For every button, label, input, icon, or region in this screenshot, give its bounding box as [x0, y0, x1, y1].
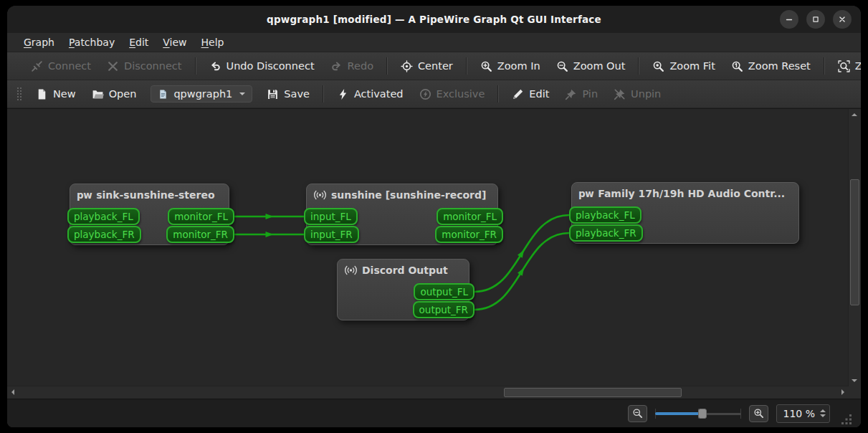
- horizontal-scrollbar[interactable]: [7, 386, 849, 399]
- port-playback-fl[interactable]: playback_FL: [67, 208, 140, 225]
- stream-icon: [313, 189, 327, 201]
- menubar: GraphPatchbayEditViewHelp: [7, 33, 861, 52]
- app-window: qpwgraph1 [modified] — A PipeWire Graph …: [7, 6, 861, 427]
- window-controls: [780, 10, 852, 29]
- toolbar-separator: [466, 57, 467, 75]
- menu-patchbay[interactable]: Patchbay: [62, 34, 122, 51]
- connection-arrow-icon: [266, 214, 274, 219]
- zoom-out-button[interactable]: Zoom Out: [548, 56, 634, 77]
- zoom-slider-handle[interactable]: [698, 409, 707, 419]
- port-monitor-fr[interactable]: monitor_FR: [166, 226, 234, 243]
- exclusive-button[interactable]: Exclusive: [411, 84, 493, 105]
- port-input-fl[interactable]: input_FL: [304, 208, 358, 225]
- graph-node-sink[interactable]: pwsink-sunshine-stereoplayback_FLplaybac…: [70, 184, 229, 245]
- button-label: Zoom Reset: [748, 60, 811, 72]
- connect-button[interactable]: Connect: [23, 56, 99, 77]
- center-icon: [401, 60, 413, 72]
- new-button[interactable]: New: [28, 84, 84, 105]
- port-playback-fr[interactable]: playback_FR: [569, 224, 643, 242]
- statusbar: 110 %: [7, 399, 861, 427]
- spin-down-icon[interactable]: [820, 414, 826, 417]
- button-label: Zoom Fit: [669, 60, 715, 72]
- node-title: pwsink-sunshine-stereo: [70, 184, 229, 201]
- zoom-out-icon: [556, 60, 568, 72]
- toolbar-separator: [386, 57, 388, 75]
- pin-button[interactable]: Pin: [557, 84, 606, 105]
- port-monitor-fl[interactable]: monitor_FL: [437, 208, 503, 225]
- vertical-scrollbar-thumb[interactable]: [850, 179, 859, 305]
- zoom-slider-fill: [655, 412, 702, 415]
- menu-help[interactable]: Help: [194, 34, 232, 51]
- graph-node-family[interactable]: pwFamily 17h/19h HD Audio Contr...playba…: [571, 182, 799, 244]
- port-output-fl[interactable]: output_FL: [414, 283, 474, 300]
- titlebar[interactable]: qpwgraph1 [modified] — A PipeWire Graph …: [7, 6, 861, 33]
- combobox-value: qpwgraph1: [173, 88, 232, 100]
- graph-canvas: pwsink-sunshine-stereoplayback_FLplaybac…: [7, 108, 861, 399]
- maximize-button[interactable]: [806, 10, 825, 29]
- port-monitor-fr[interactable]: monitor_FR: [435, 226, 503, 243]
- chevron-down-icon: [239, 92, 245, 98]
- zoom-in-icon: [753, 408, 764, 419]
- toolbar-separator: [323, 85, 324, 103]
- port-playback-fl[interactable]: playback_FL: [569, 206, 642, 224]
- save-button[interactable]: Save: [259, 84, 318, 105]
- button-label: Undo Disconnect: [226, 60, 315, 72]
- zoom-slider[interactable]: [655, 407, 741, 420]
- zoom-in-button[interactable]: Zoom In: [472, 56, 548, 77]
- port-monitor-fl[interactable]: monitor_FL: [168, 208, 234, 225]
- new-icon: [36, 88, 48, 100]
- statusbar-zoom-out-button[interactable]: [628, 405, 647, 422]
- resize-grip-icon[interactable]: [841, 414, 852, 425]
- button-label: Edit: [529, 88, 549, 100]
- connection-arrow-icon: [266, 232, 274, 237]
- canvas-viewport[interactable]: pwsink-sunshine-stereoplayback_FLplaybac…: [7, 109, 849, 386]
- edit-button[interactable]: Edit: [504, 84, 557, 105]
- redo-icon: [330, 60, 343, 72]
- open-button[interactable]: Open: [84, 84, 145, 105]
- zoom-range-button[interactable]: Zoom Range: [830, 56, 861, 77]
- close-button[interactable]: [833, 10, 852, 29]
- node-title: pwFamily 17h/19h HD Audio Contr...: [572, 183, 798, 199]
- unpin-button[interactable]: Unpin: [606, 84, 669, 105]
- scroll-up-icon[interactable]: [852, 113, 857, 116]
- zoom-spinbox[interactable]: 110 %: [776, 404, 830, 423]
- disconnect-icon: [107, 60, 119, 72]
- toolbar-handle[interactable]: [16, 87, 22, 101]
- close-icon: [837, 14, 847, 24]
- button-label: Activated: [354, 88, 404, 100]
- menu-graph[interactable]: Graph: [16, 34, 62, 51]
- redo-button[interactable]: Redo: [323, 56, 381, 77]
- undo-disconnect-button[interactable]: Undo Disconnect: [201, 56, 323, 77]
- node-title-label: Family 17h/19h HD Audio Contr...: [598, 188, 785, 199]
- graph-node-sunshine[interactable]: sunshine [sunshine-record]input_FLinput_…: [306, 184, 498, 245]
- toolbar-separator: [497, 85, 499, 103]
- zoom-reset-button[interactable]: Zoom Reset: [723, 56, 819, 77]
- window-title: qpwgraph1 [modified] — A PipeWire Graph …: [267, 14, 601, 25]
- patchbay-file-combobox[interactable]: qpwgraph1: [151, 85, 252, 103]
- graph-node-discord[interactable]: Discord Outputoutput_FLoutput_FR: [337, 259, 469, 320]
- port-playback-fr[interactable]: playback_FR: [67, 226, 141, 243]
- scroll-down-icon[interactable]: [852, 379, 857, 382]
- zoom-in-icon: [480, 60, 492, 72]
- minimize-button[interactable]: [780, 10, 798, 29]
- scroll-right-icon[interactable]: [841, 389, 844, 395]
- statusbar-zoom-in-button[interactable]: [749, 405, 768, 422]
- activated-button[interactable]: Activated: [329, 84, 411, 105]
- horizontal-scrollbar-thumb[interactable]: [504, 388, 682, 397]
- zoom-value: 110 %: [783, 408, 815, 419]
- port-input-fr[interactable]: input_FR: [304, 226, 359, 243]
- zoom-fit-button[interactable]: Zoom Fit: [644, 56, 722, 77]
- scroll-left-icon[interactable]: [11, 389, 14, 395]
- menu-view[interactable]: View: [156, 34, 194, 51]
- center-button[interactable]: Center: [393, 56, 461, 77]
- disconnect-button[interactable]: Disconnect: [99, 56, 190, 77]
- spin-up-icon[interactable]: [820, 409, 826, 412]
- menu-edit[interactable]: Edit: [122, 34, 156, 51]
- minimize-icon: [784, 14, 794, 24]
- stream-icon: [344, 265, 358, 276]
- maximize-icon: [811, 14, 821, 24]
- port-output-fr[interactable]: output_FR: [413, 301, 474, 318]
- button-label: Open: [109, 88, 137, 100]
- pipewire-icon: pw: [578, 188, 593, 199]
- vertical-scrollbar[interactable]: [848, 109, 861, 386]
